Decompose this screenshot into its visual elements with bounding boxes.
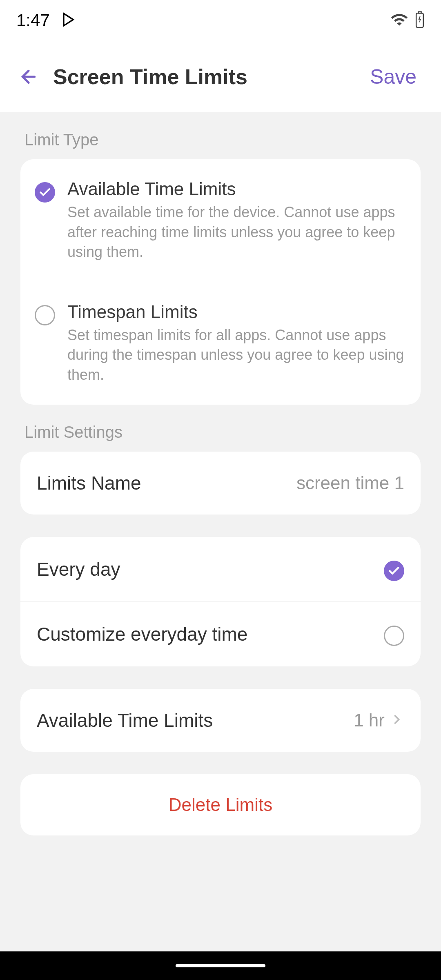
every-day-label: Every day bbox=[37, 558, 120, 580]
limits-name-value: screen time 1 bbox=[296, 473, 404, 493]
svg-marker-0 bbox=[64, 13, 73, 26]
limits-name-label: Limits Name bbox=[37, 472, 141, 494]
radio-checked-icon bbox=[384, 561, 404, 581]
customize-label: Customize everyday time bbox=[37, 623, 247, 645]
limits-name-row[interactable]: Limits Name screen time 1 bbox=[20, 452, 421, 514]
available-time-row[interactable]: Available Time Limits 1 hr bbox=[20, 689, 421, 752]
header: Screen Time Limits Save bbox=[0, 41, 441, 112]
chevron-right-icon bbox=[390, 712, 404, 728]
option-title: Timespan Limits bbox=[67, 302, 406, 322]
option-available-time-limits[interactable]: Available Time Limits Set available time… bbox=[20, 159, 421, 282]
play-store-icon bbox=[60, 11, 76, 29]
svg-rect-2 bbox=[419, 12, 421, 13]
nav-handle[interactable] bbox=[176, 964, 265, 967]
back-button[interactable] bbox=[16, 65, 41, 89]
status-time: 1:47 bbox=[16, 11, 50, 30]
delete-limits-button[interactable]: Delete Limits bbox=[20, 774, 421, 835]
customize-row[interactable]: Customize everyday time bbox=[20, 601, 421, 666]
delete-label: Delete Limits bbox=[169, 795, 272, 815]
wifi-icon bbox=[390, 11, 408, 30]
option-desc: Set available time for the device. Canno… bbox=[67, 203, 406, 262]
limits-name-card: Limits Name screen time 1 bbox=[20, 452, 421, 514]
save-button[interactable]: Save bbox=[362, 61, 425, 93]
section-limit-type-header: Limit Type bbox=[0, 112, 441, 159]
available-time-label: Available Time Limits bbox=[37, 709, 213, 731]
option-timespan-limits[interactable]: Timespan Limits Set timespan limits for … bbox=[20, 282, 421, 405]
schedule-card: Every day Customize everyday time bbox=[20, 537, 421, 666]
section-limit-settings-header: Limit Settings bbox=[0, 405, 441, 452]
battery-icon bbox=[415, 11, 425, 30]
page-title: Screen Time Limits bbox=[53, 65, 362, 89]
status-bar: 1:47 bbox=[0, 0, 441, 41]
limit-type-card: Available Time Limits Set available time… bbox=[20, 159, 421, 405]
radio-unchecked-icon bbox=[384, 626, 404, 646]
nav-bar bbox=[0, 951, 441, 980]
option-title: Available Time Limits bbox=[67, 179, 406, 199]
radio-checked-icon bbox=[35, 182, 55, 203]
every-day-row[interactable]: Every day bbox=[20, 537, 421, 601]
radio-unchecked-icon bbox=[35, 305, 55, 325]
option-desc: Set timespan limits for all apps. Cannot… bbox=[67, 325, 406, 385]
available-time-card: Available Time Limits 1 hr bbox=[20, 689, 421, 752]
available-time-value: 1 hr bbox=[354, 710, 385, 731]
